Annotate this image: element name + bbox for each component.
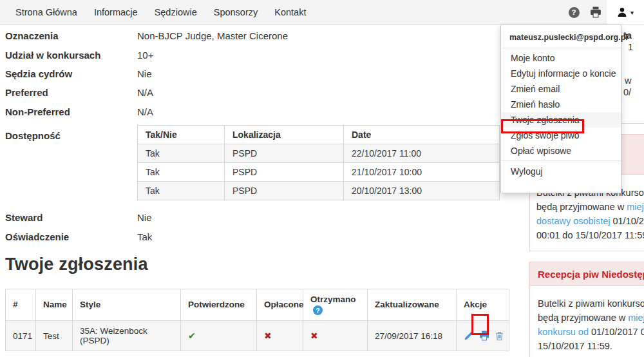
cross-icon: ✖ — [264, 331, 272, 341]
profile-value: Nie — [137, 68, 152, 79]
question-mark-icon: ? — [569, 7, 580, 18]
availability-cell: PSPD — [225, 181, 344, 200]
submissions-col-header: Potwierdzone — [181, 289, 257, 321]
submissions-col-header-label: Otrzymano — [310, 294, 356, 304]
profile-rows-after: Steward Nie Oświadczenie Tak — [5, 208, 522, 246]
panel-text-line: będą przyjmowane w miejs — [536, 200, 644, 214]
chevron-down-icon: ▾ — [630, 9, 634, 16]
profile-label: Udział w konkursach — [5, 50, 137, 61]
print-action-icon[interactable] — [479, 331, 489, 341]
table-row: Tak PSPD 22/10/2017 11:00 — [138, 144, 500, 162]
user-menu-toggle[interactable]: ▾ — [607, 0, 644, 24]
profile-value: N/A — [137, 106, 153, 117]
availability-cell: Tak — [138, 144, 225, 162]
profile-row: Preferred N/A — [5, 83, 522, 102]
menu-item-zmien-email[interactable]: Zmień email — [501, 81, 621, 97]
profile-label: Sędzia cydrów — [5, 68, 137, 79]
nav-item-kontakt[interactable]: Kontakt — [266, 7, 314, 17]
availability-header-row: Tak/Nie Lokalizacja Date — [138, 125, 500, 144]
edit-icon[interactable] — [464, 331, 474, 341]
availability-col-header: Date — [344, 125, 500, 144]
menu-item-zglos-swoje-piwo[interactable]: Zgłoś swoje piwo — [501, 128, 621, 143]
profile-row: Oświadczenie Tak — [5, 227, 522, 246]
link[interactable]: dostawy osobistej — [536, 216, 610, 226]
submissions-table: # Name Style Potwierdzone Opłacone Otrzy… — [5, 289, 509, 352]
profile-value: 10+ — [137, 50, 153, 61]
clipped-text-fragment: w — [625, 75, 631, 86]
nav-item-informacje[interactable]: Informacje — [86, 7, 146, 17]
profile-label: Non-Preferred — [5, 106, 137, 117]
submission-name: Test — [36, 321, 73, 351]
menu-item-moje-konto[interactable]: Moje konto — [501, 50, 621, 66]
availability-cell: Tak — [138, 181, 225, 200]
availability-cell: 21/10/2017 10:00 — [344, 162, 500, 181]
menu-item-edytuj-informacje[interactable]: Edytuj informacje o koncie — [501, 66, 621, 81]
navbar: Strona Główna Informacje Sędziowie Spons… — [0, 0, 644, 25]
profile-value: Non-BJCP Judge, Master Cicerone — [137, 30, 288, 41]
panel-text-line: Butelki z piwami konkursow — [538, 296, 643, 311]
help-tooltip-icon[interactable]: ? — [313, 305, 323, 315]
panel-text-line: będą przyjmowane w miejs — [538, 311, 643, 325]
profile-row: Oznaczenia Non-BJCP Judge, Master Cicero… — [5, 26, 522, 45]
user-dropdown-menu: mateusz.puslecki@pspd.org.pl Moje konto … — [500, 24, 621, 193]
nav-item-sponsorzy[interactable]: Sponsorzy — [205, 7, 267, 17]
dropdown-items: Moje konto Edytuj informacje o koncie Zm… — [501, 48, 621, 160]
panel-text-line: 15/10/2017 11:59. — [538, 339, 643, 353]
panel-text-line: 00:01 do 15/10/2017 11:59. — [536, 228, 644, 242]
link[interactable]: miejs — [628, 313, 644, 323]
availability-cell: PSPD — [225, 162, 344, 181]
profile-label: Steward — [5, 212, 137, 223]
profile-value: Tak — [137, 231, 152, 242]
submissions-col-header: # — [6, 289, 36, 321]
profile-label: Oznaczenia — [5, 30, 137, 41]
check-icon: ✔ — [188, 331, 196, 341]
submissions-col-header: Akcje — [457, 289, 509, 321]
print-icon[interactable] — [585, 0, 607, 24]
menu-item-twoje-zgloszenia[interactable]: Twoje zgłoszenia — [501, 112, 621, 128]
nav-icons: ? ▾ — [563, 0, 644, 24]
availability-section: Dostępność Tak/Nie Lokalizacja Date Tak … — [5, 125, 522, 200]
profile-label: Preferred — [5, 87, 137, 98]
nav-item-sedziowie[interactable]: Sędziowie — [146, 7, 205, 17]
availability-cell: Tak — [138, 162, 225, 181]
link[interactable]: konkursu od — [538, 327, 589, 337]
profile-row: Non-Preferred N/A — [5, 102, 522, 121]
menu-item-oplac-wpisowe[interactable]: Opłać wpisowe — [501, 143, 621, 159]
delete-icon[interactable] — [495, 331, 504, 341]
panel-body: Butelki z piwami konkursow będą przyjmow… — [530, 286, 644, 357]
submission-actions — [464, 331, 502, 341]
availability-cell: 22/10/2017 11:00 — [344, 144, 500, 162]
table-row: 0171 Test 35A: Weizenbock (PSPD) ✔ ✖ ✖ 2… — [6, 321, 509, 351]
profile-row: Udział w konkursach 10+ — [5, 45, 522, 64]
submission-id: 0171 — [6, 321, 36, 351]
link[interactable]: miejs — [627, 202, 644, 212]
submissions-header-row: # Name Style Potwierdzone Opłacone Otrzy… — [6, 289, 509, 321]
submissions-col-header: Style — [73, 289, 181, 321]
panel-text-line: konkursu od 01/10/2017 00 — [538, 325, 643, 339]
profile-value: N/A — [137, 87, 153, 98]
divider — [501, 160, 621, 161]
availability-table: Tak/Nie Lokalizacja Date Tak PSPD 22/10/… — [137, 125, 500, 200]
panel-text-line: dostawy osobistej 01/10/20 — [536, 214, 644, 228]
page-title: Twoje zgłoszenia — [5, 251, 522, 277]
main-content: Oznaczenia Non-BJCP Judge, Master Cicero… — [0, 25, 522, 351]
clipped-text-fragment: 0/ — [623, 87, 631, 97]
table-row: Tak PSPD 21/10/2017 10:00 — [138, 162, 500, 181]
clipped-text-fragment: 1 — [628, 42, 633, 52]
profile-label: Oświadczenie — [5, 231, 137, 242]
submissions-col-header: Zaktualizowane — [368, 289, 457, 321]
help-icon[interactable]: ? — [563, 0, 585, 24]
menu-item-wyloguj[interactable]: Wyloguj — [501, 164, 621, 179]
submission-updated: 27/09/2017 16:18 — [368, 321, 457, 351]
page: Strona Główna Informacje Sędziowie Spons… — [0, 0, 644, 357]
submission-style: 35A: Weizenbock (PSPD) — [73, 321, 181, 351]
availability-label: Dostępność — [5, 125, 137, 200]
menu-item-zmien-haslo[interactable]: Zmień hasło — [501, 97, 621, 112]
availability-col-header: Tak/Nie — [138, 125, 225, 144]
nav-item-strona-glowna[interactable]: Strona Główna — [7, 7, 86, 17]
submissions-col-header: Opłacone — [257, 289, 303, 321]
sidebar-panel-reception-2: Recepcja piw Niedostęp Butelki z piwami … — [529, 262, 644, 357]
profile-row: Steward Nie — [5, 208, 522, 227]
panel-header: Recepcja piw Niedostęp — [530, 262, 644, 286]
nav-items: Strona Główna Informacje Sędziowie Spons… — [0, 7, 314, 17]
